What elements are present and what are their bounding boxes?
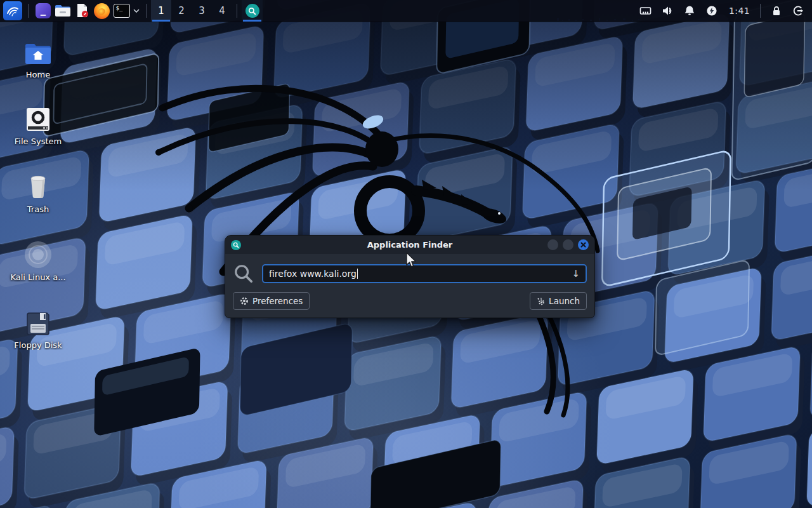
filesystem-drive-icon <box>6 102 70 133</box>
chevron-down-icon <box>133 9 140 13</box>
workspace-4-label: 4 <box>219 5 225 17</box>
launch-button[interactable]: Launch <box>530 292 587 310</box>
window-title: Application Finder <box>225 240 594 250</box>
file-manager-icon <box>55 4 71 18</box>
launch-button-label: Launch <box>549 296 580 306</box>
desktop-icon-label: File System <box>6 137 70 146</box>
desktop-screen: { "panel": { "menu_icon": "kali-logo-ico… <box>0 0 812 508</box>
applications-menu-button[interactable] <box>3 1 22 20</box>
panel-separator <box>760 4 761 18</box>
home-folder-icon <box>6 35 70 67</box>
desktop-icon-trash[interactable]: Trash <box>6 170 70 214</box>
notifications-tray-button[interactable] <box>679 0 701 22</box>
launcher-terminal[interactable]: $_ <box>112 0 131 22</box>
logout-button[interactable] <box>787 0 809 22</box>
desktop-icon-label: Home <box>6 70 70 79</box>
network-icon <box>639 5 652 17</box>
preferences-button-label: Preferences <box>252 296 303 306</box>
kali-logo-icon <box>6 4 20 18</box>
preferences-button[interactable]: Preferences <box>233 292 310 310</box>
desktop-icon-label: Floppy Disk <box>6 340 70 350</box>
workspace-2-label: 2 <box>178 5 185 17</box>
clock[interactable]: 1:41 <box>723 6 756 16</box>
terminal-icon: $_ <box>114 4 130 18</box>
panel-separator <box>237 4 237 18</box>
network-tray-button[interactable] <box>634 0 657 22</box>
close-button[interactable] <box>578 239 589 250</box>
volume-icon <box>662 5 674 17</box>
terminal-dropdown-button[interactable] <box>131 0 141 22</box>
logout-icon <box>792 5 804 17</box>
search-input[interactable]: firefox www.kali.org ↓ <box>262 264 587 283</box>
close-icon <box>580 242 586 248</box>
panel-separator <box>146 4 147 18</box>
lock-icon <box>771 5 782 17</box>
firefox-icon <box>94 3 110 19</box>
desktop-icon-label: Kali Linux a... <box>6 272 70 282</box>
power-icon <box>706 5 717 17</box>
launcher-firefox[interactable] <box>92 0 112 22</box>
desktop-icon-home[interactable]: Home <box>6 35 70 79</box>
text-editor-icon <box>75 3 90 18</box>
workspace-4[interactable]: 4 <box>212 0 232 22</box>
application-finder-button[interactable] <box>242 0 263 22</box>
search-input-value: firefox www.kali.org <box>269 269 357 279</box>
application-finder-window: Application Finder firefox www.kali.org <box>225 235 595 318</box>
window-icon <box>36 3 51 18</box>
maximize-button[interactable] <box>563 239 573 250</box>
gear-icon <box>240 297 249 305</box>
workspace-3[interactable]: 3 <box>192 0 212 22</box>
top-panel: $_ 1 2 3 4 <box>0 0 812 22</box>
workspace-1-label: 1 <box>158 5 164 17</box>
kali-link-icon <box>6 237 70 269</box>
desktop-icon-floppy-disk[interactable]: Floppy Disk <box>6 305 70 350</box>
floppy-disk-icon <box>6 305 70 337</box>
lock-screen-button[interactable] <box>765 0 787 22</box>
search-icon-large <box>233 264 254 284</box>
desktop-icon-label: Trash <box>6 204 70 214</box>
panel-separator <box>28 4 29 18</box>
trash-icon <box>6 170 70 201</box>
search-icon <box>231 240 241 250</box>
search-icon <box>246 4 259 18</box>
workspace-1[interactable]: 1 <box>151 0 171 22</box>
minimize-button[interactable] <box>547 239 558 250</box>
text-caret <box>357 269 358 279</box>
launch-gear-icon <box>537 297 545 305</box>
dropdown-arrow[interactable]: ↓ <box>572 268 580 279</box>
desktop-icon-kali-link[interactable]: Kali Linux a... <box>6 237 70 282</box>
titlebar[interactable]: Application Finder <box>225 236 594 254</box>
workspace-3-label: 3 <box>199 5 205 17</box>
launcher-desktop[interactable] <box>33 0 53 22</box>
workspace-2[interactable]: 2 <box>171 0 192 22</box>
volume-tray-button[interactable] <box>657 0 679 22</box>
desktop-icon-file-system[interactable]: File System <box>6 102 70 146</box>
launcher-text-editor[interactable] <box>72 0 92 22</box>
launcher-file-manager[interactable] <box>53 0 72 22</box>
power-manager-tray-button[interactable] <box>701 0 723 22</box>
notifications-bell-icon <box>684 5 695 17</box>
